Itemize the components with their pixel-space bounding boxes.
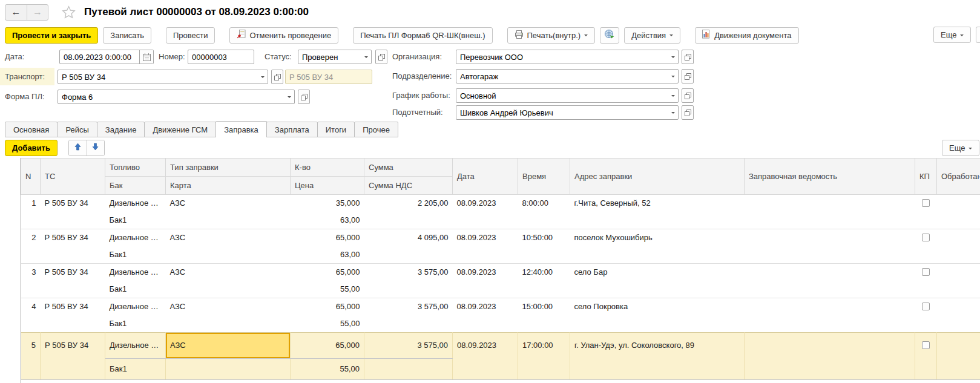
cell-qty[interactable]: 65,000 bbox=[291, 264, 364, 281]
cell-fill-type[interactable]: АЗС bbox=[166, 333, 291, 359]
doc-movements-button[interactable]: Движения документа bbox=[695, 27, 798, 44]
number-field[interactable]: 00000003 bbox=[188, 50, 254, 64]
department-field[interactable]: Автогараж bbox=[456, 69, 679, 83]
cell-amount[interactable]: 2 205,00 bbox=[364, 195, 453, 212]
organization-field[interactable]: Перевозчик ООО bbox=[456, 50, 679, 64]
cell-time[interactable]: 15:00:00 bbox=[518, 298, 570, 333]
cell-fuel[interactable]: Дизельное … bbox=[105, 298, 166, 316]
cell-time[interactable]: 10:50:00 bbox=[518, 229, 570, 264]
change-time-button[interactable] bbox=[600, 27, 619, 44]
chevron-down-icon[interactable] bbox=[668, 50, 678, 64]
cell-sheet[interactable] bbox=[745, 229, 915, 264]
cell-time[interactable]: 12:40:00 bbox=[518, 264, 570, 298]
cell-vat[interactable] bbox=[364, 281, 453, 298]
cell-sheet[interactable] bbox=[745, 264, 915, 298]
cell-vehicle[interactable]: Р 505 ВУ 34 bbox=[41, 264, 105, 298]
chevron-down-icon[interactable] bbox=[668, 89, 678, 102]
cell-qty[interactable]: 65,000 bbox=[291, 229, 364, 247]
forward-button[interactable]: → bbox=[27, 5, 48, 20]
cell-tank[interactable]: Бак1 bbox=[105, 359, 166, 380]
tab-5[interactable]: Зарплата bbox=[266, 122, 318, 137]
kp-checkbox[interactable] bbox=[922, 341, 930, 349]
cell-address[interactable]: поселок Мухошибирь bbox=[570, 229, 745, 264]
organization-open-button[interactable] bbox=[682, 50, 694, 64]
cell-price[interactable]: 55,00 bbox=[291, 359, 364, 380]
cell-kp[interactable] bbox=[915, 264, 937, 298]
accountable-field[interactable]: Шивков Андрей Юрьевич bbox=[456, 105, 679, 120]
cell-fuel[interactable]: Дизельное … bbox=[105, 264, 166, 281]
cell-processed[interactable] bbox=[937, 229, 980, 264]
cell-sheet[interactable] bbox=[745, 298, 915, 333]
kp-checkbox[interactable] bbox=[922, 199, 930, 207]
cell-vehicle[interactable]: Р 505 ВУ 34 bbox=[41, 229, 105, 264]
cell-date[interactable]: 08.09.2023 bbox=[453, 229, 518, 264]
kp-checkbox[interactable] bbox=[922, 268, 930, 276]
cell-n[interactable]: 3 bbox=[21, 264, 41, 298]
table-more-button[interactable]: Еще bbox=[942, 140, 979, 156]
post-and-close-button[interactable]: Провести и закрыть bbox=[5, 27, 98, 44]
tab-1[interactable]: Рейсы bbox=[57, 122, 97, 137]
cell-tank[interactable]: Бак1 bbox=[105, 212, 166, 229]
print-external-button[interactable]: Печать ПЛ Форма6 QR-ШК(внеш.) bbox=[353, 27, 492, 44]
cell-fuel[interactable]: Дизельное … bbox=[105, 195, 166, 212]
chevron-down-icon[interactable] bbox=[668, 106, 678, 119]
toolbar-overflow-button[interactable] bbox=[976, 27, 980, 43]
schedule-field[interactable]: Основной bbox=[456, 88, 679, 103]
cell-fill-type[interactable]: АЗС bbox=[166, 264, 291, 281]
cell-price[interactable]: 63,00 bbox=[291, 246, 364, 264]
cell-kp[interactable] bbox=[915, 195, 937, 229]
cell-vat[interactable] bbox=[364, 315, 453, 333]
cell-sheet[interactable] bbox=[745, 333, 915, 380]
cell-time[interactable]: 17:00:00 bbox=[518, 333, 570, 380]
cell-date[interactable]: 08.09.2023 bbox=[453, 195, 518, 229]
cell-amount[interactable]: 4 095,00 bbox=[364, 229, 453, 247]
cell-processed[interactable] bbox=[937, 195, 980, 229]
table-row[interactable]: 1Р 505 ВУ 34Дизельное …АЗС35,0002 205,00… bbox=[21, 195, 980, 212]
cell-qty[interactable]: 65,000 bbox=[291, 333, 364, 359]
tab-4[interactable]: Заправка bbox=[215, 121, 267, 137]
tab-3[interactable]: Движение ГСМ bbox=[144, 122, 216, 137]
accountable-open-button[interactable] bbox=[682, 105, 694, 120]
status-field[interactable]: Проверен bbox=[298, 50, 372, 64]
form-pl-open-button[interactable] bbox=[298, 90, 310, 104]
tab-7[interactable]: Прочее bbox=[354, 122, 398, 137]
favorite-star-icon[interactable] bbox=[62, 5, 76, 19]
print-internal-button[interactable]: Печать(внутр.) bbox=[507, 27, 596, 44]
cell-time[interactable]: 8:00:00 bbox=[518, 195, 570, 229]
post-button[interactable]: Провести bbox=[166, 27, 215, 44]
table-row[interactable]: 3Р 505 ВУ 34Дизельное …АЗС65,0003 575,00… bbox=[21, 264, 980, 281]
cell-fill-type[interactable]: АЗС bbox=[166, 229, 291, 247]
chevron-down-icon[interactable] bbox=[258, 70, 268, 83]
transport-open-button[interactable] bbox=[271, 70, 283, 84]
move-up-button[interactable] bbox=[69, 140, 87, 155]
cell-address[interactable]: село Покровка bbox=[570, 298, 745, 333]
tab-6[interactable]: Итоги bbox=[317, 122, 355, 137]
cell-amount[interactable]: 3 575,00 bbox=[364, 333, 453, 359]
cell-vehicle[interactable]: Р 505 ВУ 34 bbox=[41, 298, 105, 333]
cell-amount[interactable]: 3 575,00 bbox=[364, 264, 453, 281]
undo-post-button[interactable]: Отменить проведение bbox=[229, 27, 338, 44]
cell-address[interactable]: г.Чита, Северный, 52 bbox=[570, 195, 745, 229]
cell-kp[interactable] bbox=[915, 298, 937, 333]
cell-processed[interactable] bbox=[937, 298, 980, 333]
cell-date[interactable]: 08.09.2023 bbox=[453, 298, 518, 333]
cell-price[interactable]: 55,00 bbox=[291, 315, 364, 333]
calendar-icon[interactable] bbox=[139, 50, 153, 64]
cell-card[interactable] bbox=[166, 315, 291, 333]
cell-processed[interactable] bbox=[937, 264, 980, 298]
cell-qty[interactable]: 65,000 bbox=[291, 298, 364, 316]
tab-2[interactable]: Задание bbox=[97, 122, 145, 137]
save-button[interactable]: Записать bbox=[103, 27, 151, 44]
cell-address[interactable]: село Бар bbox=[570, 264, 745, 298]
date-field[interactable]: 08.09.2023 0:00:00 bbox=[59, 50, 154, 64]
kp-checkbox[interactable] bbox=[922, 303, 930, 310]
cell-kp[interactable] bbox=[915, 333, 937, 380]
toolbar-more-button[interactable]: Еще bbox=[933, 27, 971, 43]
cell-fuel[interactable]: Дизельное … bbox=[105, 229, 166, 247]
cell-price[interactable]: 55,00 bbox=[291, 281, 364, 298]
cell-processed[interactable] bbox=[937, 333, 980, 380]
chevron-down-icon[interactable] bbox=[361, 50, 371, 64]
cell-n[interactable]: 2 bbox=[21, 229, 41, 264]
cell-vat[interactable] bbox=[364, 246, 453, 264]
cell-n[interactable]: 4 bbox=[21, 298, 41, 333]
